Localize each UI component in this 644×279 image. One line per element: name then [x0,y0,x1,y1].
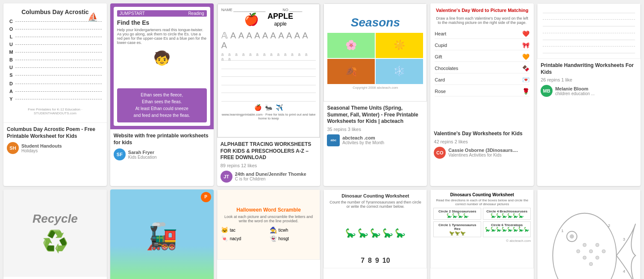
svg-text:2: 2 [608,223,611,228]
card-columbus[interactable]: Save ⛵ Columbus Day Acrostic C O L U M B… [3,3,107,186]
alphabet-header: 🍎 APPLE apple [244,12,293,27]
scramble-title: Halloween Word Scramble [236,207,301,213]
dino-numbers: 7 8 9 10 [327,257,423,264]
author-name: Student Handouts [21,143,103,148]
recycle-word: Recycle [32,212,78,226]
character-icon: 🧒 [117,50,207,66]
card-author[interactable]: CO Cassie Osborne (3Dinosaurs.... Valent… [434,147,530,159]
card-author[interactable]: abc abcteach .com Activites by the Month [327,134,423,146]
card-find-es[interactable]: Save JUMPSTART Reading Find the Es Help … [110,3,214,186]
card-title: Printable Handwriting Worksheets For Kid… [541,62,637,76]
poem-text: Ethan sees the fleece, Ethan sees the fl… [117,88,207,122]
card-fish[interactable]: Save 1 2 3 [537,189,641,279]
card-recycle[interactable]: Save Recycle ♻️ [3,189,107,279]
card-title: Columbus Day Acrostic Poem - Free Printa… [7,126,103,140]
card-handwriting[interactable]: Save Printable Handwriting Worksheets Fo… [537,3,641,186]
footer-text: Free Printables for K-12 Education · STU… [9,108,102,115]
valentine-subtitle: Draw a line from each Valentine's Day wo… [435,16,529,25]
card-title: Website with free printable worksheets f… [114,133,210,146]
svg-text:4: 4 [623,269,626,273]
card-author[interactable]: JT 24th and Dune/Jennifer Thomke C is fo… [221,171,317,183]
card-image: Dinosaurs Counting Worksheet Read the di… [430,189,534,268]
card-image: Valentine's Day Word to Picture Matching… [430,3,534,127]
author-info: abcteach .com Activites by the Month [342,135,423,145]
card-body: Printable Handwriting Worksheets For Kid… [537,59,641,100]
dino-title: Dinosaur Counting Worksheet [327,193,423,198]
worksheet-title: Find the Es [117,19,207,26]
card-body: ALPHABET TRACING WORKSHEETS FOR KIDS & P… [217,138,321,186]
svg-point-8 [596,256,599,259]
dino-desc: Count the number of Tyrannosauruses and … [327,200,423,209]
author-name: 24th and Dune/Jennifer Thomke [235,171,317,177]
author-avatar: JT [221,171,232,183]
card-stats: 26 repins 1 like [541,77,637,82]
svg-point-7 [589,262,593,266]
svg-text:3: 3 [623,237,626,241]
val-row-gift: Gift 🧡 [435,52,529,62]
valentine-title: Valentine's Day Word to Picture Matching [435,8,529,13]
svg-point-4 [589,250,593,253]
card-image: Seasons 🌸 ☀️ 🍂 ❄️ Copyright 2008 abcteac… [323,3,427,102]
card-image: NAME _______________ NO ______ 🍎 APPLE a… [217,3,321,138]
hw-lines [541,7,637,55]
scramble-grid: 🐱 tac 🧙 ticwh 🍬 nacyd 👻 hosgt [221,227,317,242]
dw-desc: Read the directions in each of the boxes… [433,198,531,206]
dw-grid: Circle 2 Stegosauruses 🦕 🦕 🦕 🦕 Circle 4 … [433,208,531,237]
card-stats: 35 repins 3 likes [327,127,423,132]
dw-cell: Circle 4 Brachiosauruses 🦕 🦕 🦕 🦕 🦕 🦕 [483,208,531,220]
card-dino-worksheet[interactable]: Save Dinosaurs Counting Worksheet Read t… [430,189,534,279]
card-seasons[interactable]: Save Seasons 🌸 ☀️ 🍂 ❄️ Copyright 2008 ab… [323,3,427,186]
author-avatar: SH [7,142,19,154]
worksheet-footer: www.learningprintable.com · Free for kid… [221,113,316,120]
card-author[interactable]: SF Sarah Fryer Kids Education [114,148,210,160]
card-body: Seasonal Theme Units (Spring, Summer, Fa… [323,102,427,150]
author-sub: Holidays [21,148,103,153]
svg-point-2 [570,234,574,238]
dw-cell: Circle 2 Stegosauruses 🦕 🦕 🦕 🦕 [433,208,481,220]
card-image [537,3,641,59]
svg-text:1: 1 [561,228,564,233]
apple-icon: 🍎 [244,12,259,26]
card-thomas[interactable]: Save 🚂 P [110,189,214,279]
dw-cell: Circle 1 Tyrannosaurus Rex 🦖 🦖 🦖 [433,221,481,237]
author-info: Cassie Osborne (3Dinosaurs.... Valentine… [448,148,530,157]
dino-row: 🦕 🦕 🦕 🦕 🦕 [327,211,423,255]
dw-cell: Circle 6 Triceratops 🦕 🦕 🦕 🦕 🦕 🦕 🦕 🦕 [483,221,531,237]
card-dino-count[interactable]: Save Dinosaur Counting Worksheet Count t… [323,189,427,279]
author-avatar: MB [541,85,553,97]
author-name: Sarah Fryer [128,150,210,155]
card-halloween[interactable]: Save Halloween Word Scramble Look at eac… [217,189,321,279]
scramble-item: 🍬 nacyd [221,235,268,242]
card-valentine[interactable]: Save Valentine's Day Word to Picture Mat… [430,3,534,186]
card-body: Website with free printable worksheets f… [110,129,214,164]
card-image: Halloween Word Scramble Look at each pic… [217,189,321,260]
recycle-icon: ♻️ [42,229,68,254]
dw-footer: © abcteach.com [433,239,531,243]
author-avatar: SF [114,148,126,160]
val-row-rose: Rose 🌹 [435,87,529,96]
card-alphabet[interactable]: Save NAME _______________ NO ______ 🍎 AP… [217,3,321,186]
card-author[interactable]: SH Student Handouts Holidays [7,142,103,154]
card-image: ⛵ Columbus Day Acrostic C O L U M B U S … [3,3,107,123]
card-author[interactable]: MB Melanie Bloom children education ... [541,85,637,97]
worksheet-inner: JUMPSTART Reading Find the Es Help your … [114,7,210,126]
user-badge: P [201,192,211,202]
author-info: 24th and Dune/Jennifer Thomke C is for C… [235,171,317,181]
val-row-cupid: Cupid 🎀 [435,41,529,50]
copyright: Copyright 2008 abcteach.com [353,86,398,90]
card-image: 🚂 P [110,189,214,279]
val-row-chocolates: Chocolates 🍫 [435,64,529,73]
season-spring: 🌸 [327,33,375,58]
scramble-item: 🧙 ticwh [270,227,317,233]
author-name: Cassie Osborne (3Dinosaurs.... [448,148,530,153]
author-info: Student Handouts Holidays [21,143,103,153]
card-stats: 42 repins 2 likes [434,139,530,144]
card-title: Valentine's Day Worksheets for Kids [434,131,530,137]
svg-point-10 [602,250,606,253]
fish-svg: 1 2 3 4 5 abcteach [538,190,640,279]
scramble-item: 🐱 tac [221,227,268,233]
scramble-item: 👻 hosgt [270,235,317,242]
worksheet-desc: Help your kindergarteners read this tong… [117,28,207,45]
svg-point-3 [583,243,586,247]
card-body: Valentine's Day Worksheets for Kids 42 r… [430,127,534,162]
